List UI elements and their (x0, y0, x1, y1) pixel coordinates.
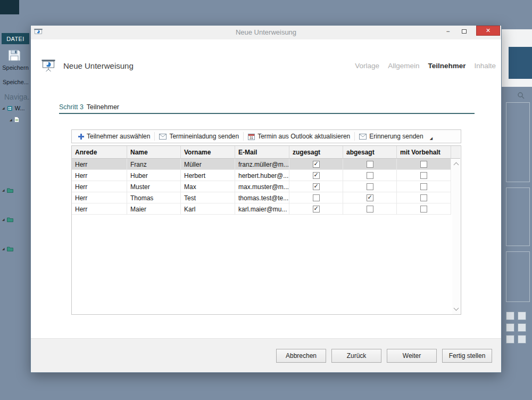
envelope-icon (159, 134, 167, 140)
save-as-button-label[interactable]: Speiche... (3, 79, 29, 85)
next-button[interactable]: Weiter (387, 349, 437, 363)
step-allgemein[interactable]: Allgemein (388, 62, 419, 70)
cell-mit-vorbehalt (397, 170, 451, 181)
participants-table: Anrede Name Vorname E-Mail zugesagt abge… (71, 145, 461, 315)
maximize-button[interactable] (456, 26, 472, 37)
envelope-icon (359, 134, 367, 140)
column-header-email[interactable]: E-Mail (235, 146, 289, 159)
abgesagt-checkbox[interactable] (367, 161, 373, 168)
mit-vorbehalt-checkbox[interactable] (420, 183, 427, 190)
zugesagt-checkbox[interactable] (313, 183, 320, 190)
step-vorlage[interactable]: Vorlage (355, 62, 379, 70)
background-app-corner (0, 0, 19, 14)
toolbar-overflow-icon[interactable]: ◢ (430, 136, 433, 143)
cell-vorname: Test (181, 192, 235, 203)
column-header-vorname[interactable]: Vorname (181, 146, 235, 159)
tree-item-root[interactable]: ◢ W... (2, 105, 25, 111)
scroll-down-icon[interactable] (454, 306, 459, 311)
table-header-row: Anrede Name Vorname E-Mail zugesagt abge… (72, 146, 461, 159)
tree-expander-icon[interactable]: ◢ (2, 218, 5, 221)
table-body: Herr Franz Müller franz.müller@m... Herr… (72, 159, 461, 314)
tree-expander-icon[interactable]: ◢ (10, 118, 12, 121)
cell-mit-vorbehalt (397, 159, 451, 170)
abgesagt-checkbox[interactable] (367, 172, 373, 179)
toolbar-button-label: Termin aus Outlook aktualisieren (257, 133, 350, 140)
cell-email: thomas.test@te... (235, 192, 289, 203)
back-button[interactable]: Zurück (331, 349, 381, 363)
cell-vorname: Herbert (181, 170, 235, 181)
zugesagt-checkbox[interactable] (313, 206, 320, 213)
toolbar-button-label: Erinnerung senden (369, 133, 423, 140)
abgesagt-checkbox[interactable] (367, 206, 373, 213)
column-header-zugesagt[interactable]: zugesagt (289, 146, 343, 159)
table-row[interactable]: Herr Franz Müller franz.müller@m... (72, 159, 461, 170)
save-button-label[interactable]: Speichern (0, 64, 31, 71)
finish-button[interactable]: Fertig stellen (442, 349, 492, 363)
send-reminder-button[interactable]: Erinnerung senden (355, 130, 427, 143)
abgesagt-checkbox[interactable] (367, 194, 373, 201)
zugesagt-checkbox[interactable] (313, 161, 320, 168)
tree-expander-icon[interactable]: ◢ (2, 189, 5, 192)
cell-email: karl.maier@mu... (235, 203, 289, 215)
file-tab[interactable]: DATEI (2, 33, 29, 44)
step-inhalte[interactable]: Inhalte (474, 62, 496, 70)
mit-vorbehalt-checkbox[interactable] (420, 206, 427, 213)
zugesagt-checkbox[interactable] (313, 194, 320, 201)
cell-zugesagt (289, 203, 343, 215)
dialog-heading: Neue Unterweisung (63, 61, 134, 70)
background-mini-icon (518, 335, 526, 344)
minimize-button[interactable]: − (440, 26, 456, 37)
cancel-button[interactable]: Abbrechen (276, 349, 326, 363)
save-icon[interactable] (7, 48, 22, 65)
dialog-footer: Abbrechen Zurück Weiter Fertig stellen (31, 338, 501, 372)
background-form-outline (506, 251, 530, 302)
column-header-name[interactable]: Name (127, 146, 181, 159)
scroll-up-icon[interactable] (454, 162, 459, 168)
close-button[interactable]: ✕ (476, 26, 500, 36)
tree-item-folder-2[interactable]: ◢ (2, 217, 13, 222)
send-invitation-button[interactable]: Termineinladung senden (155, 130, 243, 143)
abgesagt-checkbox[interactable] (367, 183, 373, 190)
cell-email: max.muster@m... (235, 181, 289, 192)
mit-vorbehalt-checkbox[interactable] (420, 161, 427, 168)
step-heading-rule (59, 113, 475, 114)
cell-vorname: Karl (181, 203, 235, 215)
cell-email: franz.müller@m... (235, 159, 289, 170)
mit-vorbehalt-checkbox[interactable] (420, 194, 427, 201)
column-header-anrede[interactable]: Anrede (72, 146, 127, 159)
tree-item-folder-1[interactable]: ◢ (2, 187, 13, 193)
background-mini-icon (518, 312, 526, 320)
cell-name: Huber (127, 170, 181, 181)
zugesagt-checkbox[interactable] (313, 172, 320, 179)
background-mini-icon (506, 312, 514, 320)
footer-button-group: Abbrechen Zurück Weiter Fertig stellen (276, 349, 492, 363)
window-controls: − ✕ (440, 26, 500, 37)
step-teilnehmer[interactable]: Teilnehmer (428, 62, 466, 70)
tree-item-folder-3[interactable]: ◢ (2, 246, 13, 251)
table-row[interactable]: Herr Maier Karl karl.maier@mu... (72, 203, 461, 215)
table-scrollbar[interactable] (452, 159, 461, 314)
background-mini-icon (518, 323, 526, 332)
select-participants-button[interactable]: Teilnehmer auswählen (74, 130, 154, 143)
participants-toolbar: Teilnehmer auswählen Termineinladung sen… (71, 129, 461, 143)
table-row[interactable]: Herr Thomas Test thomas.test@te... (72, 192, 461, 203)
tree-item-child[interactable]: ◢ (10, 117, 19, 123)
background-form-outline (506, 187, 530, 246)
table-row[interactable]: Herr Huber Herbert herbert.huber@... (72, 170, 461, 181)
column-header-mit-vorbehalt[interactable]: mit Vorbehalt (397, 146, 451, 159)
maximize-icon (462, 29, 467, 34)
column-header-abgesagt[interactable]: abgesagt (343, 146, 397, 159)
table-row[interactable]: Herr Muster Max max.muster@m... (72, 181, 461, 192)
cell-vorname: Max (181, 181, 235, 192)
mit-vorbehalt-checkbox[interactable] (420, 172, 427, 179)
cell-abgesagt (343, 192, 397, 203)
cell-anrede: Herr (72, 192, 127, 203)
document-icon (14, 117, 19, 123)
cell-name: Muster (127, 181, 181, 192)
dialog-titlebar[interactable]: Neue Unterweisung − ✕ (31, 26, 501, 39)
update-from-outlook-button[interactable]: 31 Termin aus Outlook aktualisieren (244, 130, 354, 143)
tree-expander-icon[interactable]: ◢ (2, 107, 5, 110)
tree-expander-icon[interactable]: ◢ (2, 247, 5, 250)
svg-text:31: 31 (250, 136, 254, 140)
search-icon[interactable] (517, 92, 525, 99)
